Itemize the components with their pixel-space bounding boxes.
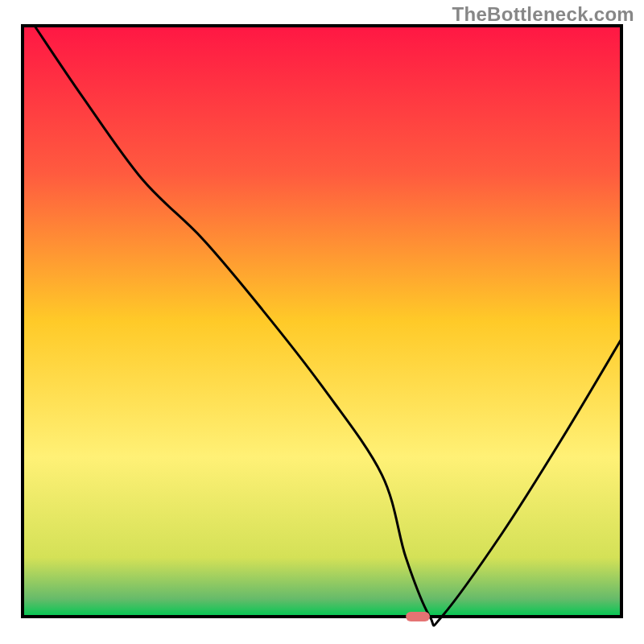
chart-container: TheBottleneck.com (0, 0, 644, 644)
bottleneck-chart (0, 0, 644, 644)
optimal-marker (406, 612, 430, 621)
plot-background (23, 26, 621, 617)
